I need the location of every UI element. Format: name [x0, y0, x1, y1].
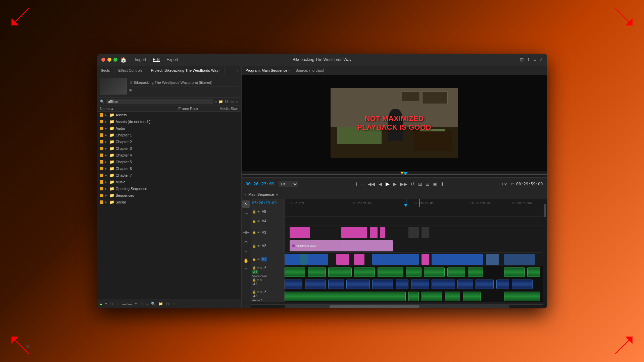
new-item-icon[interactable]: ⊡	[166, 302, 169, 306]
timeline-close-btn[interactable]: ×	[244, 192, 246, 196]
track-content-a3[interactable]	[285, 290, 543, 302]
text-tool[interactable]: T	[242, 266, 250, 274]
tab-source[interactable]: Source: (no clips)	[294, 68, 326, 72]
track-lock-v4[interactable]: 🔒	[252, 220, 256, 223]
timeline-ruler[interactable]: 00:23:59: 00:25:59:06 00:26:59:05 00:27:…	[285, 199, 543, 207]
export-nav[interactable]: Export	[164, 57, 181, 63]
tab-program[interactable]: Program: Main Sequence ≡	[244, 68, 292, 72]
audio-clip-a1-3[interactable]	[328, 267, 351, 277]
autom-icon[interactable]: ⊡	[140, 302, 143, 306]
list-item[interactable]: ▶ 📁 Audio	[97, 125, 241, 132]
track-eye-v1[interactable]: 👁	[257, 258, 260, 261]
vscroll-thumb[interactable]	[544, 204, 546, 217]
compare-btn[interactable]: ⊡	[425, 181, 431, 187]
track-lock-a2[interactable]: 🔒	[252, 278, 256, 282]
audio-clip-a2-7[interactable]	[411, 280, 429, 289]
expand-icon[interactable]: ▶	[105, 187, 108, 190]
list-item[interactable]: ▶ 📁 Social	[97, 199, 241, 205]
audio-clip-a2-3[interactable]	[328, 280, 344, 289]
clip-v1-9[interactable]	[486, 254, 499, 265]
list-item[interactable]: ▶ 📁 Chapter 4	[97, 152, 241, 159]
list-item[interactable]: ▶ 📁 Chapter 5	[97, 159, 241, 165]
expand-icon[interactable]: ⤢	[539, 57, 543, 62]
safe-margin-btn[interactable]: ⊞	[417, 181, 423, 187]
mark-out-btn[interactable]: ⊢	[359, 181, 365, 187]
expand-icon[interactable]: ▶	[105, 180, 108, 184]
playhead[interactable]	[403, 172, 407, 175]
track-mic-a1[interactable]: 🎤	[263, 266, 266, 269]
go-in-btn[interactable]: ◀◀	[367, 181, 376, 187]
hscroll-thumb[interactable]	[330, 305, 419, 308]
hand-tool[interactable]: ✋	[242, 257, 250, 264]
menu-icon[interactable]: ≡	[533, 57, 536, 62]
track-select-tool[interactable]: ↠	[242, 210, 250, 217]
list-item[interactable]: ▶ 📁 Chapter 1	[97, 132, 241, 138]
track-content-v1[interactable]	[285, 253, 543, 266]
new-bin-icon[interactable]: ●	[100, 302, 102, 306]
audio-clip-a3-5[interactable]	[463, 292, 481, 301]
audio-clip-a3-4[interactable]	[445, 292, 460, 301]
sort-icon[interactable]: ≡	[135, 302, 137, 306]
list-view-icon[interactable]: ≡	[105, 302, 107, 306]
monitor-timecode[interactable]: 00:26:23:09	[246, 181, 275, 186]
audio-clip-a1-4[interactable]	[354, 267, 375, 277]
audio-clip-a2-1[interactable]	[285, 280, 303, 289]
track-content-a1[interactable]	[285, 266, 543, 278]
audio-clip-a1-6[interactable]	[406, 267, 421, 277]
close-button[interactable]	[101, 58, 105, 62]
audio-clip-a2-2[interactable]	[305, 280, 326, 289]
audio-clip-a2-4[interactable]	[346, 280, 369, 289]
free-form-icon[interactable]: ⊞	[115, 302, 118, 306]
audio-clip-a3-1[interactable]	[285, 292, 406, 301]
folder2-icon[interactable]: 📁	[158, 302, 163, 306]
track-lock-a1[interactable]: 🔒	[252, 266, 256, 269]
monitor-scale[interactable]: 1/2	[500, 181, 509, 187]
search-input[interactable]	[106, 99, 214, 104]
razor-tool[interactable]: ✂	[242, 238, 250, 245]
list-item[interactable]: ▶ 📁 Assets	[97, 112, 241, 118]
minimize-button[interactable]	[107, 58, 111, 62]
timeline-menu-btn[interactable]: ≡	[276, 192, 278, 196]
track-lock-v3[interactable]: 🔒	[252, 231, 256, 234]
find-icon[interactable]: ⊕	[145, 302, 148, 306]
share-icon[interactable]: ⬆	[527, 57, 531, 62]
clip-v1-7[interactable]	[422, 254, 429, 265]
track-lock-a3[interactable]: 🔒	[252, 290, 256, 294]
audio-clip-a1-11[interactable]	[527, 267, 540, 277]
clip-v1-8[interactable]	[432, 254, 483, 265]
clip-v1-6[interactable]	[372, 254, 419, 265]
icon-view-icon[interactable]: ⊡	[110, 302, 113, 306]
track-s-a3[interactable]: S	[260, 291, 262, 294]
clip-v3-5[interactable]	[408, 227, 419, 238]
track-content-v3[interactable]	[285, 226, 543, 239]
slider-icon[interactable]: —○—	[122, 302, 132, 306]
adjustment-layer[interactable]: 🟣 Adjustment Layer	[290, 240, 393, 251]
clip-v3-4[interactable]	[380, 227, 385, 238]
track-eye-v4[interactable]: 👁	[257, 220, 260, 223]
maximize-button[interactable]	[113, 58, 117, 62]
audio-clip-a3-6[interactable]	[504, 292, 540, 301]
track-mic-a3[interactable]: 🎤	[263, 291, 266, 294]
list-item[interactable]: ▶ 📁 Assets (do not touch)	[97, 118, 241, 125]
col-framerate-header[interactable]: Frame Rate	[171, 107, 205, 111]
panel-expand-btn[interactable]: »	[234, 68, 241, 72]
list-view-btn[interactable]: ▶	[130, 88, 132, 92]
layout-icon[interactable]: ⊞	[520, 57, 524, 62]
edit-nav[interactable]: Edit	[150, 57, 163, 63]
expand-icon[interactable]: ▶	[105, 194, 108, 197]
audio-clip-a1-1[interactable]	[285, 267, 305, 277]
export-frame-btn[interactable]: ⬆	[439, 181, 445, 187]
list-item[interactable]: ▶ 📁 Chapter 2	[97, 138, 241, 145]
slip-tool[interactable]: ↔	[242, 247, 250, 255]
list-item[interactable]: ▶ 📁 Chapter 3	[97, 145, 241, 152]
track-m-a2[interactable]: M	[257, 279, 259, 282]
expand-icon[interactable]: ▶	[105, 167, 108, 170]
step-fwd-btn[interactable]: ▶	[392, 181, 398, 187]
track-m-a3[interactable]: M	[257, 291, 259, 294]
track-content-v2[interactable]: 🟣 Adjustment Layer	[285, 239, 543, 252]
audio-clip-a1-5[interactable]	[378, 267, 403, 277]
list-item[interactable]: ▶ 📁 Opening Sequence	[97, 185, 241, 192]
expand-icon[interactable]: ▶	[105, 174, 108, 177]
clip-v3-2[interactable]	[341, 227, 367, 238]
list-item[interactable]: ▶ 📁 Chapter 6	[97, 165, 241, 172]
